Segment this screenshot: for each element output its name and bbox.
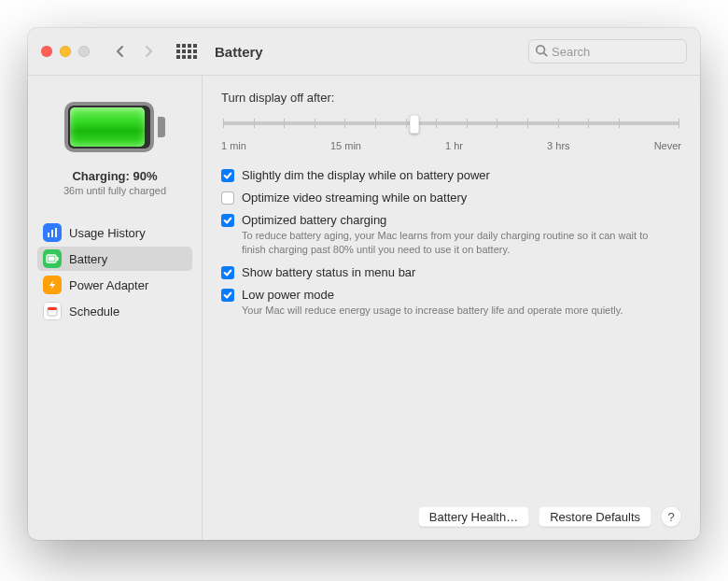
slider-ticks bbox=[223, 119, 679, 128]
search-icon bbox=[535, 44, 552, 60]
sidebar-item-usage-history[interactable]: Usage History bbox=[37, 220, 192, 245]
svg-rect-7 bbox=[49, 257, 55, 262]
sidebar-item-label: Usage History bbox=[69, 226, 146, 240]
preferences-window: Battery Charging: 90% 36m until fully ch… bbox=[28, 28, 700, 540]
option-label: Low power mode bbox=[242, 288, 623, 302]
svg-rect-4 bbox=[55, 228, 57, 237]
close-icon[interactable] bbox=[41, 46, 52, 57]
option-label: Show battery status in menu bar bbox=[242, 265, 415, 279]
slider-label: Turn display off after: bbox=[221, 91, 681, 105]
page-title: Battery bbox=[215, 44, 263, 60]
checkbox-icon[interactable] bbox=[221, 169, 234, 182]
option-optimized-charging[interactable]: Optimized battery charging To reduce bat… bbox=[221, 213, 681, 257]
option-label: Optimized battery charging bbox=[242, 213, 652, 227]
slider-thumb[interactable] bbox=[410, 115, 419, 134]
checkbox-icon[interactable] bbox=[221, 289, 234, 302]
checkbox-icon[interactable] bbox=[221, 214, 234, 227]
svg-rect-3 bbox=[51, 230, 53, 237]
sidebar-item-label: Schedule bbox=[69, 305, 119, 319]
footer: Battery Health… Restore Defaults ? bbox=[221, 497, 681, 527]
option-label: Slightly dim the display while on batter… bbox=[242, 168, 490, 182]
battery-status: Charging: 90% bbox=[72, 169, 157, 183]
maximize-icon bbox=[78, 46, 90, 57]
forward-button[interactable] bbox=[138, 38, 159, 64]
battery-health-button[interactable]: Battery Health… bbox=[418, 506, 529, 527]
tick-label: 15 min bbox=[330, 140, 361, 151]
search-field[interactable] bbox=[528, 39, 687, 64]
option-low-power-mode[interactable]: Low power mode Your Mac will reduce ener… bbox=[221, 288, 681, 318]
sidebar-item-power-adapter[interactable]: Power Adapter bbox=[37, 273, 192, 297]
search-input[interactable] bbox=[552, 45, 680, 59]
body: Charging: 90% 36m until fully charged Us… bbox=[28, 75, 700, 540]
bolt-icon bbox=[43, 276, 62, 294]
svg-rect-9 bbox=[48, 307, 57, 310]
sidebar-item-label: Power Adapter bbox=[69, 278, 148, 292]
option-description: To reduce battery aging, your Mac learns… bbox=[242, 229, 652, 257]
option-label: Optimize video streaming while on batter… bbox=[242, 191, 467, 205]
battery-small-icon bbox=[43, 249, 62, 268]
option-description: Your Mac will reduce energy usage to inc… bbox=[242, 304, 623, 318]
titlebar: Battery bbox=[28, 28, 700, 75]
svg-rect-6 bbox=[57, 257, 59, 261]
bar-chart-icon bbox=[43, 223, 62, 242]
option-show-menu-bar[interactable]: Show battery status in menu bar bbox=[221, 265, 681, 279]
tick-label: Never bbox=[654, 140, 681, 151]
svg-rect-2 bbox=[48, 233, 49, 237]
slider-tick-labels: 1 min 15 min 1 hr 3 hrs Never bbox=[221, 140, 681, 151]
sidebar-item-label: Battery bbox=[69, 252, 107, 266]
show-all-button[interactable] bbox=[174, 38, 200, 64]
battery-icon bbox=[64, 102, 165, 152]
calendar-icon bbox=[43, 302, 62, 320]
svg-line-1 bbox=[544, 52, 548, 56]
sidebar-list: Usage History Battery Power Adapter bbox=[37, 220, 192, 323]
option-dim-display[interactable]: Slightly dim the display while on batter… bbox=[221, 168, 681, 182]
sidebar: Charging: 90% 36m until fully charged Us… bbox=[28, 76, 202, 540]
tick-label: 3 hrs bbox=[547, 140, 569, 151]
content: Turn display off after: 1 min 15 min 1 h… bbox=[202, 76, 700, 540]
checkbox-icon[interactable] bbox=[221, 266, 234, 279]
minimize-icon[interactable] bbox=[60, 46, 71, 57]
display-off-slider[interactable] bbox=[223, 114, 679, 133]
svg-point-0 bbox=[537, 45, 545, 53]
restore-defaults-button[interactable]: Restore Defaults bbox=[539, 506, 651, 527]
help-button[interactable]: ? bbox=[661, 506, 681, 527]
checkbox-icon[interactable] bbox=[221, 191, 234, 205]
sidebar-item-battery[interactable]: Battery bbox=[37, 247, 192, 271]
back-button[interactable] bbox=[110, 38, 131, 64]
battery-substatus: 36m until fully charged bbox=[63, 185, 166, 196]
traffic-lights bbox=[41, 46, 90, 57]
tick-label: 1 hr bbox=[445, 140, 463, 151]
sidebar-item-schedule[interactable]: Schedule bbox=[37, 299, 192, 323]
option-optimize-video[interactable]: Optimize video streaming while on batter… bbox=[221, 191, 681, 205]
tick-label: 1 min bbox=[221, 140, 246, 151]
